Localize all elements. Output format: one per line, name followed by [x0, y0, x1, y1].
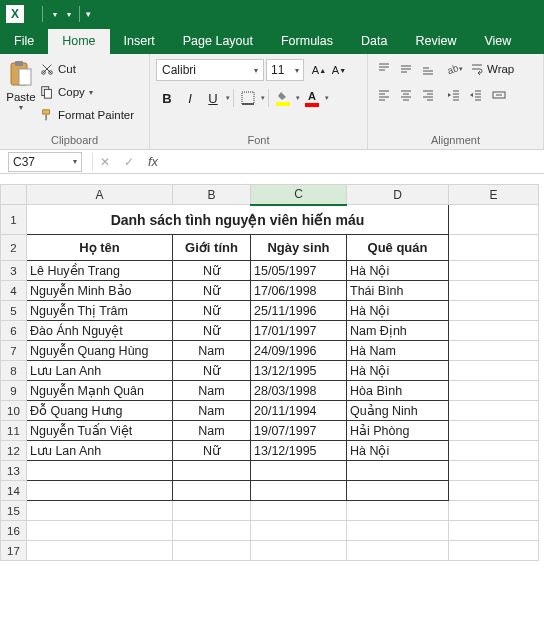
- row-header[interactable]: 15: [1, 501, 27, 521]
- paste-dropdown-icon[interactable]: ▾: [19, 103, 23, 112]
- cell[interactable]: Nguyễn Minh Bảo: [27, 281, 173, 301]
- orientation-dropdown-icon[interactable]: ▾: [459, 65, 463, 73]
- format-painter-button[interactable]: Format Painter: [40, 105, 134, 125]
- row-header[interactable]: 6: [1, 321, 27, 341]
- cell[interactable]: Nữ: [173, 281, 251, 301]
- cell[interactable]: Nam: [173, 421, 251, 441]
- undo-dropdown-icon[interactable]: ▾: [53, 10, 57, 19]
- undo-button[interactable]: ▾: [51, 10, 57, 19]
- sheet-title-cell[interactable]: Danh sách tình nguyện viên hiến máu: [27, 205, 449, 235]
- row-header[interactable]: 13: [1, 461, 27, 481]
- font-color-dropdown-icon[interactable]: ▾: [325, 94, 329, 102]
- cell[interactable]: [347, 521, 449, 541]
- copy-dropdown-icon[interactable]: ▾: [89, 88, 93, 97]
- cell[interactable]: Đào Ánh Nguyệt: [27, 321, 173, 341]
- align-middle-button[interactable]: [396, 59, 416, 79]
- italic-button[interactable]: I: [179, 87, 201, 109]
- cell[interactable]: [449, 541, 539, 561]
- cell[interactable]: Nguyễn Thị Trâm: [27, 301, 173, 321]
- cell[interactable]: Lê Huyền Trang: [27, 261, 173, 281]
- cell[interactable]: Nguyễn Quang Hùng: [27, 341, 173, 361]
- cell[interactable]: [449, 521, 539, 541]
- customize-qat-button[interactable]: ▾: [86, 9, 91, 19]
- decrease-indent-button[interactable]: [444, 85, 464, 105]
- font-color-button[interactable]: A: [301, 87, 323, 109]
- cell[interactable]: 19/07/1997: [251, 421, 347, 441]
- cell[interactable]: Đỗ Quang Hưng: [27, 401, 173, 421]
- align-top-button[interactable]: [374, 59, 394, 79]
- formula-input[interactable]: [165, 152, 544, 172]
- cell[interactable]: Nguyễn Mạnh Quân: [27, 381, 173, 401]
- tab-insert[interactable]: Insert: [110, 29, 169, 54]
- underline-button[interactable]: U: [202, 87, 224, 109]
- header-cell[interactable]: Ngày sinh: [251, 235, 347, 261]
- cell[interactable]: [347, 541, 449, 561]
- cell[interactable]: Nữ: [173, 301, 251, 321]
- cell[interactable]: [449, 341, 539, 361]
- cell[interactable]: [449, 401, 539, 421]
- cell[interactable]: [173, 461, 251, 481]
- tab-data[interactable]: Data: [347, 29, 401, 54]
- cell[interactable]: 25/11/1996: [251, 301, 347, 321]
- column-header-c[interactable]: C: [251, 185, 347, 205]
- cell[interactable]: Hà Nội: [347, 261, 449, 281]
- spreadsheet-grid[interactable]: A B C D E 1 Danh sách tình nguyện viên h…: [0, 184, 544, 561]
- cell[interactable]: [449, 421, 539, 441]
- cell[interactable]: 28/03/1998: [251, 381, 347, 401]
- tab-formulas[interactable]: Formulas: [267, 29, 347, 54]
- cell[interactable]: [449, 261, 539, 281]
- column-header-a[interactable]: A: [27, 185, 173, 205]
- row-header[interactable]: 7: [1, 341, 27, 361]
- cell[interactable]: 13/12/1995: [251, 441, 347, 461]
- decrease-font-button[interactable]: A▼: [330, 60, 348, 80]
- cell[interactable]: Hà Nội: [347, 301, 449, 321]
- cell[interactable]: [449, 205, 539, 235]
- align-bottom-button[interactable]: [418, 59, 438, 79]
- cell[interactable]: 17/01/1997: [251, 321, 347, 341]
- cell[interactable]: Nữ: [173, 441, 251, 461]
- cell[interactable]: Hà Nam: [347, 341, 449, 361]
- increase-indent-button[interactable]: [466, 85, 486, 105]
- fill-dropdown-icon[interactable]: ▾: [296, 94, 300, 102]
- underline-dropdown-icon[interactable]: ▾: [226, 94, 230, 102]
- align-center-button[interactable]: [396, 85, 416, 105]
- cell[interactable]: [449, 441, 539, 461]
- paste-button[interactable]: Paste ▾: [6, 56, 36, 112]
- cell[interactable]: [449, 321, 539, 341]
- cell[interactable]: [251, 481, 347, 501]
- row-header[interactable]: 11: [1, 421, 27, 441]
- row-header[interactable]: 9: [1, 381, 27, 401]
- cell[interactable]: [449, 461, 539, 481]
- cancel-formula-button[interactable]: ✕: [93, 155, 117, 169]
- cell[interactable]: [449, 235, 539, 261]
- cell[interactable]: Hòa Bình: [347, 381, 449, 401]
- name-box[interactable]: C37 ▾: [8, 152, 82, 172]
- header-cell[interactable]: Họ tên: [27, 235, 173, 261]
- font-size-selector[interactable]: 11 ▾: [266, 59, 304, 81]
- cell[interactable]: [449, 481, 539, 501]
- cell[interactable]: [251, 501, 347, 521]
- enter-formula-button[interactable]: ✓: [117, 155, 141, 169]
- row-header[interactable]: 10: [1, 401, 27, 421]
- column-header-b[interactable]: B: [173, 185, 251, 205]
- cell[interactable]: Lưu Lan Anh: [27, 361, 173, 381]
- cell[interactable]: [347, 481, 449, 501]
- row-header[interactable]: 12: [1, 441, 27, 461]
- fill-color-button[interactable]: [272, 87, 294, 109]
- name-box-dropdown-icon[interactable]: ▾: [73, 157, 77, 166]
- column-header-d[interactable]: D: [347, 185, 449, 205]
- select-all-corner[interactable]: [1, 185, 27, 205]
- column-header-e[interactable]: E: [449, 185, 539, 205]
- cell[interactable]: [27, 541, 173, 561]
- cell[interactable]: Nam Định: [347, 321, 449, 341]
- cell[interactable]: Nguyễn Tuấn Việt: [27, 421, 173, 441]
- row-header[interactable]: 16: [1, 521, 27, 541]
- cell[interactable]: Nam: [173, 381, 251, 401]
- align-right-button[interactable]: [418, 85, 438, 105]
- font-name-dropdown-icon[interactable]: ▾: [254, 66, 258, 75]
- cell[interactable]: [173, 501, 251, 521]
- align-left-button[interactable]: [374, 85, 394, 105]
- cell[interactable]: Nam: [173, 341, 251, 361]
- merge-center-button[interactable]: [492, 85, 506, 105]
- cell[interactable]: Nữ: [173, 321, 251, 341]
